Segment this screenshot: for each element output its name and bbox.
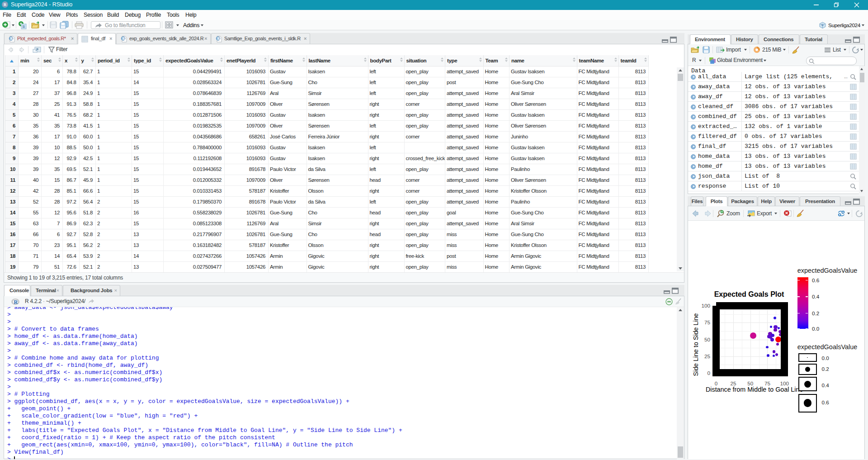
svg-text:R: R	[217, 37, 220, 41]
svg-text:R: R	[10, 37, 13, 41]
svg-text:R: R	[14, 299, 18, 305]
svg-text:R: R	[821, 23, 824, 27]
svg-text:R: R	[122, 37, 125, 41]
svg-text:R: R	[23, 24, 25, 29]
